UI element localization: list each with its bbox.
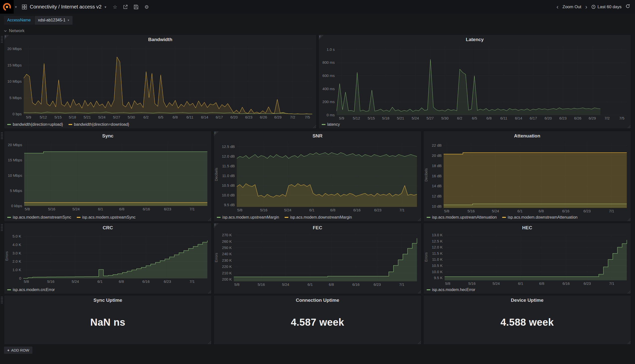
- svg-text:6/14: 6/14: [515, 116, 522, 120]
- attenuation-chart[interactable]: 5/85/165/246/16/86/166/237/110 dB12 dB14…: [424, 140, 631, 215]
- svg-text:5/15: 5/15: [54, 115, 62, 119]
- legend-series-name: isp.acs.modem.upstreamSync: [82, 215, 136, 220]
- svg-text:7/5: 7/5: [305, 115, 310, 119]
- dashboard-picker[interactable]: Connectivity / Internet access v2 ▾: [18, 0, 110, 14]
- svg-text:10.5 dB: 10.5 dB: [222, 183, 235, 188]
- sync-chart[interactable]: 5/85/165/246/16/86/166/237/10 kbps5 Mbps…: [4, 140, 211, 215]
- panel-title[interactable]: CRC: [4, 223, 211, 231]
- panel-fec: i FEC 5/85/165/246/16/86/166/237/1200 K2…: [214, 223, 421, 294]
- panel-info-icon[interactable]: i: [214, 223, 219, 228]
- legend-color-swatch: [427, 289, 430, 290]
- fec-chart[interactable]: 5/85/165/246/16/86/166/237/1200 K210 K22…: [214, 231, 421, 294]
- legend-series-name: isp.acs.modem.downstreamMargin: [290, 215, 352, 220]
- svg-text:6/23: 6/23: [164, 207, 171, 211]
- svg-text:6/8: 6/8: [539, 281, 544, 286]
- row-errors: Errors CRC 5/85/165/246/16/86/166/237/10…: [4, 215, 631, 286]
- legend-item[interactable]: isp.acs.modem.upstreamAttenuation: [427, 215, 497, 220]
- zoom-out-button[interactable]: Zoom Out: [562, 4, 581, 10]
- row-header-network[interactable]: Network: [4, 27, 631, 34]
- svg-text:6/16: 6/16: [562, 209, 569, 213]
- svg-text:7/1: 7/1: [609, 281, 614, 286]
- svg-text:6/11: 6/11: [186, 115, 193, 119]
- svg-text:11.5 K: 11.5 K: [432, 251, 442, 256]
- panel-title[interactable]: Bandwidth: [4, 35, 316, 43]
- legend-item[interactable]: bandwidth{direction=download}: [69, 122, 129, 127]
- panel-title[interactable]: FEC: [214, 223, 421, 231]
- row-drag-handle[interactable]: [1, 132, 3, 140]
- svg-text:6/23: 6/23: [164, 279, 171, 284]
- row-network: Network i Bandwidth 5/95/125/155/185/215…: [4, 27, 631, 122]
- panel-title[interactable]: Latency: [319, 35, 631, 43]
- legend-item[interactable]: isp.acs.modem.hecError: [427, 288, 475, 292]
- svg-text:6/5: 6/5: [158, 115, 163, 119]
- legend-color-swatch: [502, 217, 506, 218]
- panel-info-icon[interactable]: i: [214, 131, 219, 136]
- row-drag-handle[interactable]: [1, 36, 3, 43]
- legend-item[interactable]: isp.acs.modem.upstreamMargin: [217, 215, 279, 220]
- legend-item[interactable]: bandwidth{direction=upload}: [7, 122, 63, 127]
- legend-item[interactable]: isp.acs.modem.downstreamAttenuation: [502, 215, 577, 220]
- panel-title[interactable]: SNR: [214, 131, 421, 140]
- legend-item[interactable]: isp.acs.modem.downstreamMargin: [285, 215, 352, 220]
- svg-text:200 ms: 200 ms: [323, 100, 335, 104]
- panel-title[interactable]: Sync Uptime: [4, 296, 211, 304]
- grafana-logo[interactable]: [0, 0, 14, 14]
- star-icon[interactable]: ☆: [113, 4, 117, 10]
- latency-chart[interactable]: 5/95/125/155/185/215/245/275/306/26/56/8…: [319, 43, 631, 122]
- row-drag-handle[interactable]: [1, 224, 3, 231]
- legend-item[interactable]: isp.acs.modem.crcError: [7, 288, 55, 292]
- panel-title[interactable]: Connection Uptime: [214, 296, 421, 304]
- legend-item[interactable]: isp.acs.modem.upstreamSync: [77, 215, 136, 220]
- hec-chart[interactable]: 5/85/165/246/16/86/166/237/19.5 K10.0 K1…: [424, 231, 631, 287]
- svg-text:6/1: 6/1: [97, 279, 103, 284]
- crc-chart[interactable]: 5/85/165/246/16/86/166/237/101.0 K2.0 K3…: [4, 231, 211, 287]
- svg-text:6/17: 6/17: [216, 115, 223, 119]
- save-icon[interactable]: [134, 5, 138, 9]
- svg-text:6/20: 6/20: [230, 115, 238, 119]
- legend-item[interactable]: latency: [322, 122, 340, 127]
- refresh-icon[interactable]: [625, 4, 630, 10]
- row-drag-handle[interactable]: [1, 296, 3, 304]
- legend-color-swatch: [427, 217, 430, 218]
- legend-series-name: isp.acs.modem.crcError: [13, 288, 55, 292]
- panel-info-icon[interactable]: i: [319, 35, 324, 40]
- legend-series-name: isp.acs.modem.downstreamAttenuation: [508, 215, 577, 220]
- svg-text:5/12: 5/12: [353, 116, 360, 120]
- time-range-picker[interactable]: Last 60 days: [591, 4, 621, 10]
- svg-text:6/16: 6/16: [353, 208, 361, 212]
- variable-value-dropdown[interactable]: xdsl-ab12345-1 ▾: [35, 16, 72, 25]
- snr-chart[interactable]: 5/85/165/246/16/86/166/237/19.5 dB10.0 d…: [214, 140, 421, 215]
- svg-text:7/1: 7/1: [400, 208, 405, 212]
- main-menu-caret-icon[interactable]: ▾: [15, 5, 17, 9]
- panel-title[interactable]: Device Uptime: [424, 296, 631, 304]
- add-row-button[interactable]: + ADD ROW: [4, 346, 32, 354]
- gear-icon[interactable]: ⚙: [144, 4, 149, 10]
- svg-text:6/23: 6/23: [374, 282, 381, 286]
- pan-left-icon[interactable]: ‹: [556, 4, 558, 10]
- svg-text:10.0 dB: 10.0 dB: [222, 193, 235, 197]
- grafana-logo-icon: [3, 3, 11, 11]
- svg-text:22 dB: 22 dB: [432, 143, 441, 148]
- pan-right-icon[interactable]: ›: [585, 4, 587, 10]
- submenu: AccessName xdsl-ab12345-1 ▾: [0, 14, 635, 27]
- panel-title[interactable]: Attenuation: [424, 131, 631, 140]
- panel-title[interactable]: HEC: [424, 223, 631, 231]
- panel-title[interactable]: Sync: [4, 131, 211, 140]
- svg-text:7/1: 7/1: [189, 279, 195, 284]
- uptime-panels: Sync Uptime NaN ns Connection Uptime 4.5…: [4, 295, 631, 344]
- panel-info-icon[interactable]: i: [4, 35, 9, 40]
- legend-color-swatch: [77, 217, 81, 218]
- svg-text:5/9: 5/9: [26, 115, 31, 119]
- share-icon[interactable]: [123, 4, 128, 9]
- errors-panels: CRC 5/85/165/246/16/86/166/237/101.0 K2.…: [4, 223, 631, 286]
- svg-text:Errors: Errors: [5, 251, 9, 261]
- svg-text:12.0 dB: 12.0 dB: [222, 154, 235, 158]
- clock-icon: [591, 5, 596, 9]
- attenuation-legend: isp.acs.modem.upstreamAttenuationisp.acs…: [424, 215, 631, 221]
- bandwidth-chart[interactable]: 5/95/125/155/185/215/245/275/306/26/56/8…: [4, 43, 316, 122]
- legend-item[interactable]: isp.acs.modem.downstreamSync: [7, 215, 71, 220]
- svg-text:250 K: 250 K: [222, 246, 232, 250]
- svg-text:5/8: 5/8: [234, 282, 239, 286]
- panel-crc: CRC 5/85/165/246/16/86/166/237/101.0 K2.…: [4, 223, 212, 294]
- svg-text:6/8: 6/8: [486, 116, 492, 120]
